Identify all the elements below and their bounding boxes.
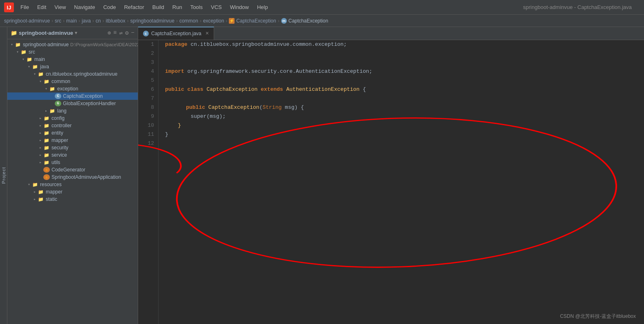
code-line-9: super(msg); xyxy=(165,112,644,121)
tree-item-entity[interactable]: 📁 entity xyxy=(7,129,138,137)
file-tree: 📁 springboot-adminvue ▾ ⊕ ≡ ⇌ ⚙ − 📁 spri… xyxy=(7,27,138,324)
tree-item-lang[interactable]: 📁 lang xyxy=(7,107,138,115)
file-icon-app: G xyxy=(43,174,50,180)
code-line-7 xyxy=(165,94,644,103)
tree-item-global-exception[interactable]: G GlobalExceptionHandler xyxy=(7,100,138,107)
code-line-12 xyxy=(165,139,644,148)
tree-item-utils[interactable]: 📁 utils xyxy=(7,159,138,166)
code-line-1: package cn.itbluebox.springbootadminvue.… xyxy=(165,40,644,49)
breadcrumb-cn[interactable]: cn xyxy=(96,18,101,24)
tree-item-security[interactable]: 📁 security xyxy=(7,144,138,151)
breadcrumb-main[interactable]: main xyxy=(66,18,77,24)
tree-item-package[interactable]: 📁 cn.itbluebox.springbootadminvue xyxy=(7,70,138,78)
folder-icon-mapper-res: 📁 xyxy=(38,189,44,194)
breadcrumb-springbootadminvue[interactable]: springbootadminvue xyxy=(130,18,174,24)
breadcrumb-exception[interactable]: exception xyxy=(203,18,224,24)
menu-tools[interactable]: Tools xyxy=(187,2,206,12)
tree-item-controller[interactable]: 📁 controller xyxy=(7,122,138,129)
folder-icon-static: 📁 xyxy=(38,197,44,202)
tree-item-src[interactable]: 📁 src xyxy=(7,48,138,56)
folder-icon-service: 📁 xyxy=(43,153,50,158)
code-line-8: public CaptchaException ( String msg) { xyxy=(165,103,644,112)
tree-title: 📁 springboot-adminvue ▾ xyxy=(11,30,104,36)
menu-run[interactable]: Run xyxy=(169,2,186,12)
code-line-2 xyxy=(165,49,644,58)
folder-icon-entity: 📁 xyxy=(43,130,50,135)
folder-icon-controller: 📁 xyxy=(43,123,50,128)
tree-item-static[interactable]: 📁 static xyxy=(7,196,138,203)
tree-item-code-generator[interactable]: G CodeGenerator xyxy=(7,166,138,173)
file-icon-global-exception: G xyxy=(55,101,61,106)
folder-icon-config: 📁 xyxy=(43,116,50,121)
breadcrumb-exception-icon: ⚡ xyxy=(229,18,235,24)
tree-item-service[interactable]: 📁 service xyxy=(7,151,138,159)
menu-navigate[interactable]: Navigate xyxy=(71,2,98,12)
folder-icon-root: 📁 xyxy=(15,42,21,47)
menu-refactor[interactable]: Refactor xyxy=(121,2,148,12)
file-icon-code-generator: G xyxy=(43,167,50,173)
tab-label: CaptchaException.java xyxy=(151,31,201,36)
folder-icon-java: 📁 xyxy=(32,64,38,69)
tree-header: 📁 springboot-adminvue ▾ ⊕ ≡ ⇌ ⚙ − xyxy=(7,27,138,39)
folder-icon-exception: 📁 xyxy=(49,86,56,91)
breadcrumb-captcha-exception-class[interactable]: CaptchaException xyxy=(288,18,328,24)
tree-item-java[interactable]: 📁 java xyxy=(7,63,138,70)
folder-icon-common: 📁 xyxy=(43,79,50,84)
title-bar: IJ File Edit View Navigate Code Refactor… xyxy=(0,0,644,15)
svg-text:IJ: IJ xyxy=(7,4,11,11)
tree-actions: ⊕ ≡ ⇌ ⚙ − xyxy=(107,29,134,36)
project-tab[interactable]: Project xyxy=(0,27,7,324)
tab-captcha-exception[interactable]: C CaptchaException.java × xyxy=(138,27,214,40)
tree-item-mapper-resources[interactable]: 📁 mapper xyxy=(7,188,138,196)
tree-item-root[interactable]: 📁 springboot-adminvue D:\ProgramWorkSpac… xyxy=(7,41,138,48)
project-tab-label: Project xyxy=(1,167,6,184)
tree-item-config[interactable]: 📁 config xyxy=(7,115,138,122)
folder-icon-mapper: 📁 xyxy=(43,138,50,143)
tree-item-app[interactable]: G SpringbootAdminvueApplication xyxy=(7,173,138,181)
code-line-10: } xyxy=(165,121,644,130)
tab-file-icon: C xyxy=(143,31,149,36)
folder-icon-src: 📁 xyxy=(20,50,27,54)
tree-collapse-icon[interactable]: ⇌ xyxy=(119,29,123,36)
menu-vcs[interactable]: VCS xyxy=(208,2,225,12)
menu-edit[interactable]: Edit xyxy=(34,2,49,12)
menu-help[interactable]: Help xyxy=(254,2,271,12)
tree-item-mapper[interactable]: 📁 mapper xyxy=(7,137,138,144)
tree-item-resources[interactable]: 📁 resources xyxy=(7,181,138,188)
tree-locate-icon[interactable]: ⊕ xyxy=(107,29,111,36)
tree-item-common[interactable]: 📁 common xyxy=(7,78,138,85)
tab-close-button[interactable]: × xyxy=(206,30,209,37)
tree-item-main[interactable]: 📁 main xyxy=(7,56,138,63)
code-editor[interactable]: 1 2 3 4 5 6 7 8 9 10 11 12 package cn.it… xyxy=(138,40,644,324)
code-line-6: public class CaptchaException extends Au… xyxy=(165,85,644,94)
editor-area: C CaptchaException.java × 1 2 3 4 5 6 7 … xyxy=(138,27,644,324)
folder-icon-package: 📁 xyxy=(38,72,44,76)
code-line-4: import org.springframework.security.core… xyxy=(165,67,644,76)
breadcrumb-itbluebox[interactable]: itbluebox xyxy=(106,18,125,24)
tree-item-exception[interactable]: 📁 exception xyxy=(7,85,138,92)
breadcrumb-captcha-exception[interactable]: CaptchaException xyxy=(236,18,276,24)
editor-tabs: C CaptchaException.java × xyxy=(138,27,644,40)
folder-icon-utils: 📁 xyxy=(43,160,50,165)
breadcrumb-common[interactable]: common xyxy=(179,18,198,24)
folder-icon-lang: 📁 xyxy=(49,108,56,113)
menu-code[interactable]: Code xyxy=(100,2,119,12)
code-content[interactable]: package cn.itbluebox.springbootadminvue.… xyxy=(159,40,644,324)
menu-window[interactable]: Window xyxy=(227,2,252,12)
menu-build[interactable]: Build xyxy=(149,2,168,12)
tree-item-captcha-exception[interactable]: C CaptchaException xyxy=(7,92,138,100)
watermark: CSDN @北芳科技-蓝盒子itbluebox xyxy=(560,313,636,320)
file-icon-captcha-exception: C xyxy=(55,93,61,99)
breadcrumb-src[interactable]: src xyxy=(55,18,61,24)
menu-file[interactable]: File xyxy=(17,2,32,12)
menu-view[interactable]: View xyxy=(51,2,69,12)
breadcrumb-class-icon: m xyxy=(281,18,287,24)
breadcrumb-root[interactable]: springboot-adminvue xyxy=(4,18,50,24)
tree-settings-icon[interactable]: ⚙ xyxy=(125,29,128,36)
menu-bar: File Edit View Navigate Code Refactor Bu… xyxy=(17,2,523,12)
folder-icon-security: 📁 xyxy=(43,145,50,150)
tree-minimize-icon[interactable]: − xyxy=(131,29,134,36)
code-line-3 xyxy=(165,58,644,67)
tree-expand-icon[interactable]: ≡ xyxy=(113,29,116,36)
breadcrumb-java[interactable]: java xyxy=(82,18,91,24)
